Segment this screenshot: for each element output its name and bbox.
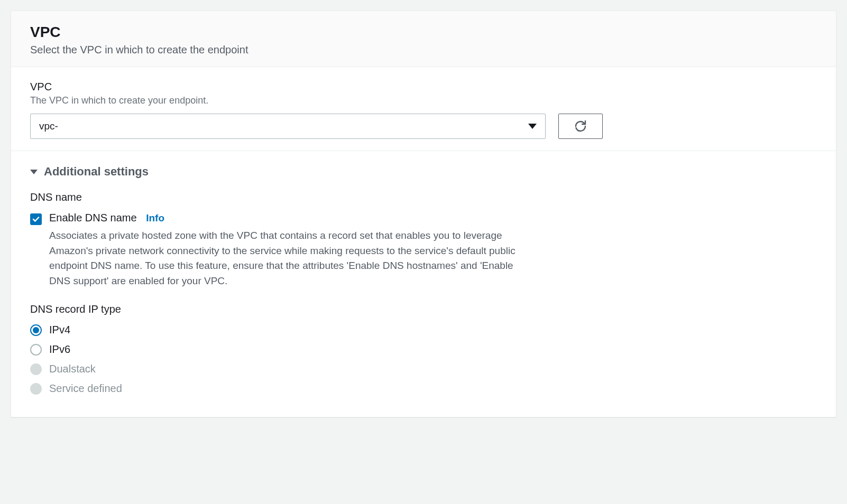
radio-label-dualstack: Dualstack: [49, 363, 96, 375]
radio-label-ipv6: IPv6: [49, 343, 70, 356]
enable-dns-name-label: Enable DNS name: [49, 212, 137, 223]
radio-option-ipv4: IPv4: [30, 324, 817, 336]
vpc-select-row: vpc-: [30, 114, 817, 139]
radio-ipv4[interactable]: [30, 324, 42, 336]
panel-title: VPC: [30, 24, 817, 41]
panel-subtitle: Select the VPC in which to create the en…: [30, 44, 817, 56]
radio-option-service-defined: Service defined: [30, 382, 817, 395]
info-link[interactable]: Info: [146, 212, 164, 223]
enable-dns-name-label-wrap: Enable DNS name Info: [49, 212, 164, 224]
vpc-select[interactable]: vpc-: [30, 114, 546, 139]
refresh-button[interactable]: [558, 114, 603, 139]
dns-record-ip-type-group: IPv4 IPv6 Dualstack Service defined: [30, 324, 817, 395]
additional-settings-title: Additional settings: [44, 165, 149, 179]
radio-label-service-defined: Service defined: [49, 382, 122, 395]
caret-down-icon: [30, 170, 38, 174]
vpc-field-description: The VPC in which to create your endpoint…: [30, 95, 817, 106]
dns-record-ip-type-label: DNS record IP type: [30, 303, 817, 315]
additional-settings-toggle[interactable]: Additional settings: [30, 165, 817, 179]
vpc-field-section: VPC The VPC in which to create your endp…: [11, 67, 836, 151]
refresh-icon: [574, 120, 587, 133]
enable-dns-name-checkbox[interactable]: [30, 213, 42, 225]
radio-option-dualstack: Dualstack: [30, 363, 817, 375]
dns-name-section-label: DNS name: [30, 191, 817, 203]
radio-dualstack: [30, 363, 42, 375]
additional-settings-section: Additional settings DNS name Enable DNS …: [11, 151, 836, 417]
panel-header: VPC Select the VPC in which to create th…: [11, 11, 836, 67]
check-icon: [32, 215, 40, 223]
radio-label-ipv4: IPv4: [49, 324, 70, 336]
vpc-field-label: VPC: [30, 81, 817, 93]
vpc-select-value: vpc-: [39, 120, 58, 132]
radio-option-ipv6: IPv6: [30, 343, 817, 356]
vpc-panel: VPC Select the VPC in which to create th…: [11, 11, 836, 417]
caret-down-icon: [528, 124, 537, 129]
radio-service-defined: [30, 383, 42, 395]
enable-dns-name-description: Associates a private hosted zone with th…: [49, 228, 536, 288]
radio-ipv6[interactable]: [30, 344, 42, 356]
enable-dns-name-row: Enable DNS name Info: [30, 212, 817, 225]
